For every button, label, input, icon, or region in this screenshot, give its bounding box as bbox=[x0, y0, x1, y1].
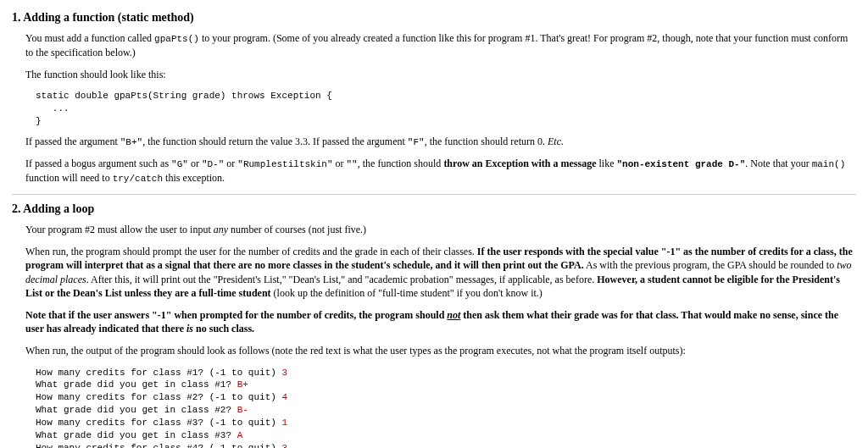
divider bbox=[12, 194, 856, 195]
italic-text: Etc. bbox=[548, 136, 564, 147]
section1-paragraph3: If passed the argument "B+", the functio… bbox=[25, 135, 856, 149]
inline-code: "" bbox=[347, 159, 358, 169]
inline-code: "G" bbox=[171, 159, 188, 169]
section2-paragraph1: Your program #2 must allow the user to i… bbox=[25, 223, 856, 236]
text: If passed a bogus argument such as bbox=[25, 158, 171, 169]
section2-paragraph4: When run, the output of the program shou… bbox=[25, 344, 856, 357]
text: number of courses (not just five.) bbox=[228, 224, 366, 235]
section1-heading: 1. Adding a function (static method) bbox=[12, 10, 856, 26]
inline-code: "F" bbox=[408, 137, 425, 147]
text: or bbox=[224, 158, 237, 169]
text: this exception. bbox=[163, 172, 225, 184]
inline-code: try/catch bbox=[113, 174, 163, 184]
section2-paragraph3: Note that if the user answers "-1" when … bbox=[25, 308, 856, 335]
section2-paragraph2: When run, the program should prompt the … bbox=[25, 245, 856, 300]
text: (look up the definition of "full-time st… bbox=[271, 287, 542, 299]
italic-text: any bbox=[214, 224, 228, 235]
text: or bbox=[188, 158, 202, 169]
text: or bbox=[333, 158, 347, 169]
section2-heading: 2. Adding a loop bbox=[12, 202, 856, 218]
text: no such class. bbox=[193, 323, 254, 335]
section1-paragraph1: You must add a function called gpaPts() … bbox=[25, 31, 856, 59]
text: As with the previous program, the GPA sh… bbox=[584, 259, 837, 271]
text: . Note that your bbox=[745, 158, 811, 169]
inline-code: "non-existent grade D-" bbox=[617, 159, 746, 169]
italic-text: is bbox=[186, 323, 193, 335]
text: If passed the argument bbox=[25, 136, 120, 147]
inline-code: "B+" bbox=[120, 137, 142, 147]
code-block: static double gpaPts(String grade) throw… bbox=[36, 90, 856, 128]
text: like bbox=[597, 158, 617, 169]
bold-text: throw an Exception with a message bbox=[443, 158, 596, 169]
inline-code: "D-" bbox=[202, 159, 224, 169]
text: , the function should return 0. bbox=[425, 136, 548, 147]
text: You must add a function called bbox=[25, 32, 154, 44]
emph-text: not bbox=[447, 309, 460, 321]
inline-code: main() bbox=[812, 159, 846, 169]
sample-output-1: How many credits for class #1? (-1 to qu… bbox=[36, 367, 856, 448]
text: , the function should return the value 3… bbox=[142, 136, 408, 147]
section1-paragraph2: The function should look like this: bbox=[25, 68, 856, 81]
text: Note that if the user answers "-1" when … bbox=[25, 309, 447, 321]
text: Your program #2 must allow the user to i… bbox=[25, 224, 214, 235]
inline-code: gpaPts() bbox=[154, 34, 199, 44]
text: function will need to bbox=[25, 172, 113, 184]
inline-code: "Rumplestiltskin" bbox=[237, 159, 332, 169]
text: , the function should bbox=[358, 158, 444, 169]
section1-paragraph4: If passed a bogus argument such as "G" o… bbox=[25, 157, 856, 185]
text: When run, the program should prompt the … bbox=[25, 246, 477, 257]
text: . After this, it will print out the "Pre… bbox=[86, 274, 598, 285]
